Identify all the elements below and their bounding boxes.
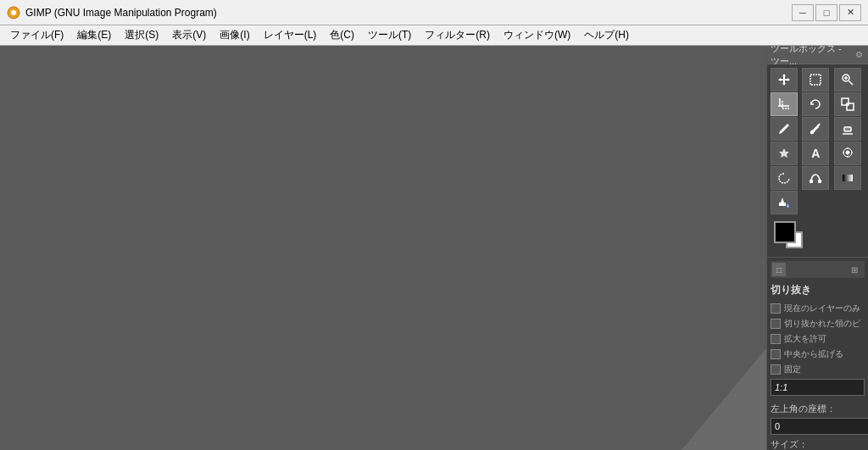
fixed-checkbox[interactable] <box>771 364 781 375</box>
svg-line-4 <box>849 81 853 86</box>
svg-rect-21 <box>843 175 853 181</box>
current-layer-checkbox[interactable] <box>771 303 781 314</box>
tool-options-panel: □ ⊞ 切り抜き 現在のレイヤーのみ 切り抜かれた領のピ 拡大を許可 中央から拡… <box>767 257 868 450</box>
toolbox-panel: ツールボックス - ツー... ⚙ <box>766 46 868 450</box>
from-center-checkbox[interactable] <box>771 349 781 359</box>
tool-options-title: 切り抜き <box>771 283 865 297</box>
fixed-label: 固定 <box>784 364 865 375</box>
svg-rect-9 <box>847 103 854 110</box>
text-tool-button[interactable]: A <box>802 142 829 165</box>
option-row-2: 切り抜かれた領のピ <box>771 318 865 330</box>
menu-bar: ファイル(F)編集(E)選択(S)表示(V)画像(I)レイヤー(L)色(C)ツー… <box>0 25 868 46</box>
crop-border-label: 切り抜かれた領のピ <box>784 318 865 330</box>
eraser-button[interactable] <box>834 117 861 141</box>
svg-point-1 <box>11 10 16 15</box>
topleft-spinbox-row: ▲ ▼ <box>771 418 865 435</box>
topleft-input[interactable] <box>771 418 868 435</box>
window-controls: ─ □ ✕ <box>792 4 861 21</box>
svg-rect-11 <box>844 127 851 131</box>
minimize-button[interactable]: ─ <box>792 4 814 21</box>
svg-point-19 <box>810 181 813 183</box>
menu-item-表示V[interactable]: 表示(V) <box>165 26 213 44</box>
option-row-3: 拡大を許可 <box>771 333 865 345</box>
menu-item-選択S[interactable]: 選択(S) <box>118 26 165 44</box>
color-swatch-area <box>767 218 868 257</box>
color-wrapper <box>774 221 810 253</box>
menu-item-レイヤーL[interactable]: レイヤー(L) <box>257 26 324 44</box>
menu-item-ファイルF[interactable]: ファイル(F) <box>3 26 70 44</box>
toolbox-title-bar: ツールボックス - ツー... ⚙ <box>767 46 868 64</box>
options-icon: □ <box>772 263 786 276</box>
heal-tool-button[interactable] <box>771 142 798 165</box>
menu-item-編集E[interactable]: 編集(E) <box>70 26 118 44</box>
menu-item-ヘルプH[interactable]: ヘルプ(H) <box>577 26 636 44</box>
menu-item-画像I[interactable]: 画像(I) <box>213 26 256 44</box>
main-area: ツールボックス - ツー... ⚙ <box>0 46 868 450</box>
close-button[interactable]: ✕ <box>839 4 861 21</box>
toolbox-config-icon[interactable]: ⚙ <box>853 49 865 61</box>
allow-grow-label: 拡大を許可 <box>784 333 865 345</box>
option-row-4: 中央から拡げる <box>771 348 865 360</box>
svg-point-10 <box>810 131 814 134</box>
menu-item-フィルターR[interactable]: フィルター(R) <box>418 26 497 44</box>
canvas-triangle <box>682 348 766 450</box>
tool-grid: A <box>767 64 868 218</box>
option-row-1: 現在のレイヤーのみ <box>771 303 865 314</box>
crop-border-checkbox[interactable] <box>771 319 781 329</box>
svg-rect-2 <box>810 75 821 85</box>
maximize-button[interactable]: □ <box>815 4 837 21</box>
scale-tool-button[interactable] <box>834 92 861 116</box>
crop-tool-button[interactable] <box>771 92 798 116</box>
blend-tool-button[interactable] <box>834 166 861 190</box>
pencil-tool-button[interactable] <box>771 117 798 141</box>
window-title: GIMP (GNU Image Manipulation Program) <box>25 7 217 19</box>
rotate-tool-button[interactable] <box>802 92 829 116</box>
rect-select-button[interactable] <box>802 68 829 92</box>
color-picker-button[interactable] <box>834 142 861 165</box>
bucket-fill-button[interactable] <box>771 191 798 214</box>
fuzzy-select-button[interactable] <box>771 166 798 190</box>
size-label: サイズ： <box>771 438 865 450</box>
move-tool-button[interactable] <box>771 68 798 92</box>
svg-point-20 <box>819 181 821 183</box>
current-layer-label: 現在のレイヤーのみ <box>784 303 865 314</box>
topleft-label: 左上角の座標： <box>771 403 865 415</box>
zoom-tool-button[interactable] <box>834 68 861 92</box>
allow-grow-checkbox[interactable] <box>771 334 781 344</box>
canvas-area[interactable] <box>0 46 766 450</box>
menu-item-色C[interactable]: 色(C) <box>323 26 361 44</box>
paintbrush-button[interactable] <box>802 117 829 141</box>
ratio-input[interactable] <box>771 379 865 396</box>
fixed-row: 固定 <box>771 364 865 375</box>
from-center-label: 中央から拡げる <box>784 348 865 360</box>
title-bar: GIMP (GNU Image Manipulation Program) ─ … <box>0 0 868 25</box>
foreground-color[interactable] <box>774 221 796 243</box>
svg-rect-8 <box>842 98 849 105</box>
svg-point-18 <box>846 151 849 154</box>
menu-item-ツールT[interactable]: ツール(T) <box>361 26 418 44</box>
options-expand-icon[interactable]: ⊞ <box>851 265 863 275</box>
paths-tool-button[interactable] <box>802 166 829 190</box>
options-header: □ ⊞ <box>771 261 865 278</box>
app-icon <box>7 6 20 19</box>
menu-item-ウィンドウW[interactable]: ウィンドウ(W) <box>497 26 577 44</box>
